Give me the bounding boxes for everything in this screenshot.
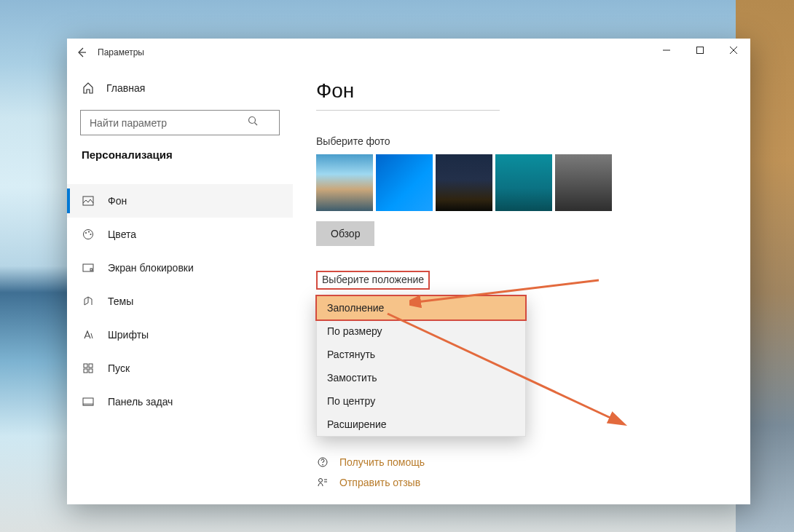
svg-rect-8 [90, 269, 93, 271]
content-pane: Фон Выберите фото Обзор Выберите положен… [293, 66, 750, 504]
window-body: Главная Персонализация Фон [67, 66, 750, 504]
feedback-link-label: Отправить отзыв [339, 477, 420, 488]
nav-item-label: Шрифты [108, 329, 149, 341]
minimize-icon [663, 47, 670, 54]
nav-item-lockscreen[interactable]: Экран блокировки [67, 251, 293, 285]
search-input[interactable] [80, 110, 280, 135]
start-icon [82, 362, 95, 374]
back-button[interactable] [67, 39, 96, 66]
settings-window: Параметры Главная [67, 39, 750, 504]
section-title: Персонализация [67, 148, 293, 171]
photo-thumb[interactable] [495, 154, 552, 211]
svg-rect-9 [84, 364, 87, 368]
get-help-link[interactable]: Получить помощь [316, 456, 425, 468]
home-icon [82, 82, 95, 94]
dropdown-item[interactable]: Растянуть [317, 343, 525, 366]
close-button[interactable] [717, 39, 750, 62]
dropdown-item[interactable]: По размеру [317, 319, 525, 343]
window-title: Параметры [98, 47, 144, 57]
home-button[interactable]: Главная [67, 74, 293, 103]
nav-item-label: Темы [108, 295, 133, 307]
minimize-button[interactable] [650, 39, 683, 62]
help-icon [316, 456, 329, 468]
themes-icon [82, 295, 95, 307]
svg-point-16 [322, 464, 323, 466]
nav-item-label: Фон [108, 195, 127, 207]
maximize-icon [696, 47, 704, 54]
photo-thumb[interactable] [316, 154, 373, 211]
nav-item-taskbar[interactable]: Панель задач [67, 385, 293, 418]
photo-thumbnails [316, 154, 750, 211]
svg-point-3 [84, 230, 93, 239]
arrow-left-icon [76, 47, 87, 58]
dropdown-item[interactable]: По центру [317, 389, 525, 413]
help-link-label: Получить помощь [339, 456, 425, 468]
palette-icon [82, 229, 95, 240]
choose-photo-label: Выберите фото [316, 135, 750, 147]
nav-item-themes[interactable]: Темы [67, 285, 293, 318]
svg-point-5 [88, 231, 90, 233]
sidebar: Главная Персонализация Фон [67, 66, 293, 504]
lock-screen-icon [82, 262, 95, 274]
svg-point-4 [85, 232, 87, 234]
titlebar: Параметры [67, 39, 750, 66]
photo-thumb[interactable] [376, 154, 433, 211]
photo-thumb[interactable] [436, 154, 492, 211]
nav-item-label: Пуск [108, 362, 130, 374]
page-heading: Фон [316, 79, 750, 103]
feedback-link[interactable]: Отправить отзыв [316, 477, 425, 488]
home-label: Главная [106, 82, 145, 94]
nav-item-background[interactable]: Фон [67, 184, 293, 218]
nav-item-label: Цвета [108, 229, 136, 240]
heading-underline [316, 110, 500, 111]
svg-point-6 [90, 234, 92, 235]
nav-item-start[interactable]: Пуск [67, 352, 293, 385]
dropdown-item[interactable]: Заполнение [317, 296, 525, 319]
dropdown-item[interactable]: Расширение [317, 413, 525, 436]
browse-button[interactable]: Обзор [316, 221, 374, 246]
close-icon [730, 47, 737, 54]
help-links: Получить помощь Отправить отзыв [316, 456, 425, 488]
nav-list: Фон Цвета Экран блокировки [67, 184, 293, 418]
svg-rect-10 [89, 364, 93, 368]
svg-rect-14 [83, 403, 93, 405]
feedback-icon [316, 477, 329, 488]
window-controls [650, 39, 750, 62]
position-dropdown[interactable]: Заполнение По размеру Растянуть Замостит… [316, 295, 526, 437]
photo-thumb[interactable] [555, 154, 612, 211]
maximize-button[interactable] [683, 39, 717, 62]
svg-rect-12 [89, 369, 93, 373]
picture-icon [82, 195, 95, 207]
dropdown-item[interactable]: Замостить [317, 366, 525, 389]
nav-item-fonts[interactable]: Шрифты [67, 318, 293, 352]
svg-rect-11 [84, 369, 87, 373]
taskbar-icon [82, 396, 95, 408]
nav-item-label: Панель задач [108, 396, 173, 408]
nav-item-colors[interactable]: Цвета [67, 218, 293, 251]
nav-item-label: Экран блокировки [108, 262, 194, 274]
position-label: Выберите положение [316, 271, 430, 290]
search-wrap [80, 110, 280, 135]
fonts-icon [82, 329, 95, 341]
svg-rect-0 [697, 47, 704, 54]
svg-point-17 [319, 479, 323, 483]
